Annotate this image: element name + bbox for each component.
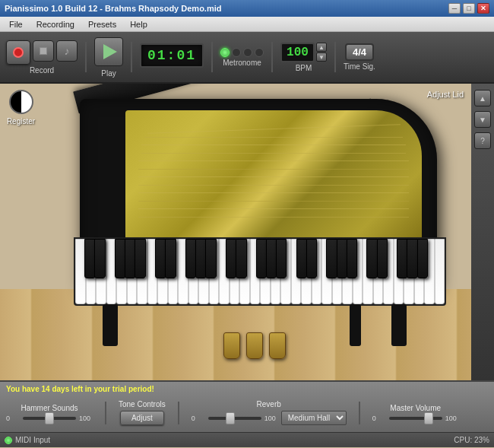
timesig-display[interactable]: 4/4 [345,43,374,61]
hammer-label: Hammer Sounds [21,404,78,412]
close-button[interactable]: ✕ [477,3,489,14]
bpm-group: 100 ▲ ▼ BPM [280,43,327,72]
menu-presets[interactable]: Presets [82,18,122,30]
white-key[interactable] [312,239,322,304]
window-controls: ─ □ ✕ [448,3,489,14]
master-volume-group: Master Volume 0 100 [372,404,459,422]
timesig-label: Time Sig. [344,62,375,71]
white-key[interactable] [219,239,230,304]
reverb-slider-row: 0 100 Medium Hall Small Room Large Hall … [192,411,347,425]
piano-leg-left [103,304,118,346]
white-key[interactable] [291,239,302,304]
metronome-light-3 [243,48,252,57]
speaker-button[interactable]: ♪ [56,40,78,62]
white-key[interactable] [147,239,158,304]
white-key[interactable] [75,239,86,304]
hammer-max: 100 [79,415,93,422]
pedal-middle[interactable] [246,332,263,359]
divider-3 [211,42,213,72]
menu-bar: File Recording Presets Help [0,17,494,32]
white-key[interactable] [373,239,384,304]
speaker-icon: ♪ [65,45,70,57]
menu-file[interactable]: File [3,18,29,30]
record-group: ♪ Record [6,40,78,75]
white-key[interactable] [414,239,425,304]
white-key[interactable] [353,239,363,304]
piano-wrapper: PIANISSIMO [57,91,452,373]
bottom-bar: You have 14 days left in your trial peri… [0,380,494,432]
maximize-button[interactable]: □ [463,3,475,14]
timesig-group: 4/4 Time Sig. [344,43,375,71]
yin-yang-icon[interactable] [9,90,33,114]
reverb-max: 100 [264,415,278,422]
white-key[interactable] [435,239,445,304]
stop-square-icon [40,47,47,55]
master-label: Master Volume [390,404,441,412]
toolbar: ♪ Record Play 01:01 Metronome 100 [0,32,494,84]
play-button[interactable] [94,37,123,66]
menu-help[interactable]: Help [124,18,154,30]
white-key[interactable] [209,239,220,304]
pedal-right[interactable] [269,332,286,359]
lid-down-button[interactable]: ▼ [474,111,491,128]
white-key[interactable] [321,239,332,304]
minimize-button[interactable]: ─ [448,3,461,14]
white-key[interactable] [332,239,343,304]
white-key[interactable] [404,239,414,304]
white-key[interactable] [239,239,250,304]
stop-button[interactable] [33,40,54,62]
hammer-slider[interactable] [23,417,76,420]
controls-row: Hammer Sounds 0 100 Tone Controls Adjust… [6,396,488,429]
play-label: Play [101,69,116,78]
metronome-label: Metronome [223,59,261,67]
reverb-select[interactable]: Medium Hall Small Room Large Hall Cathed… [281,411,347,425]
white-key[interactable] [280,239,291,304]
white-key[interactable] [424,239,435,304]
white-key[interactable] [178,239,188,304]
master-slider[interactable] [389,417,442,420]
piano-leg-back [350,304,361,346]
white-key[interactable] [230,239,240,304]
bpm-display: 100 [280,43,315,62]
bpm-control: 100 ▲ ▼ [280,43,327,62]
pedal-left[interactable] [223,332,240,359]
reverb-slider[interactable] [208,417,261,420]
bpm-label: BPM [296,64,312,72]
bpm-up-button[interactable]: ▲ [316,43,327,52]
white-key[interactable] [301,239,312,304]
white-key[interactable] [127,239,138,304]
metronome-group: Metronome [220,48,264,67]
record-button[interactable] [6,40,30,65]
white-key[interactable] [260,239,271,304]
bpm-down-button[interactable]: ▼ [316,52,327,62]
white-key[interactable] [250,239,261,304]
reverb-group: Reverb 0 100 Medium Hall Small Room Larg… [192,400,347,425]
piano-keyboard[interactable] [74,237,446,306]
register-label[interactable]: Register [7,117,35,126]
white-key[interactable] [116,239,127,304]
help-button[interactable]: ? [474,132,491,149]
white-key[interactable] [188,239,199,304]
white-key[interactable] [86,239,97,304]
white-key[interactable] [363,239,373,304]
pedals [223,332,286,359]
white-key[interactable] [168,239,179,304]
piano-strings [133,118,414,251]
white-key[interactable] [394,239,404,304]
white-key[interactable] [198,239,209,304]
white-key[interactable] [96,239,106,304]
lid-up-button[interactable]: ▲ [474,90,491,106]
menu-recording[interactable]: Recording [30,18,81,30]
tone-adjust-button[interactable]: Adjust [120,411,164,425]
white-key[interactable] [106,239,117,304]
tone-controls-group: Tone Controls Adjust [119,400,166,425]
white-key[interactable] [157,239,168,304]
midi-light-icon [5,437,12,444]
white-key[interactable] [342,239,353,304]
white-key[interactable] [383,239,394,304]
white-key[interactable] [137,239,147,304]
white-key[interactable] [271,239,281,304]
play-triangle-icon [103,44,117,59]
piano-interior [125,110,422,259]
time-group: 01:01 [140,43,204,71]
